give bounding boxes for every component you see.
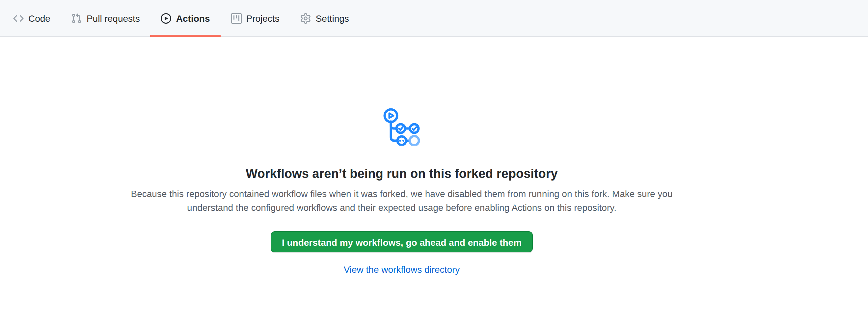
play-icon bbox=[161, 13, 172, 23]
tab-pull-requests[interactable]: Pull requests bbox=[61, 0, 151, 36]
tab-actions-label: Actions bbox=[176, 13, 210, 23]
blankslate-description: Because this repository contained workfl… bbox=[115, 187, 688, 215]
gear-icon bbox=[301, 13, 311, 23]
tab-actions[interactable]: Actions bbox=[151, 0, 221, 36]
git-pull-request-icon bbox=[71, 13, 82, 23]
code-icon bbox=[13, 13, 24, 23]
tab-settings-label: Settings bbox=[316, 13, 349, 23]
actions-workflow-icon bbox=[383, 108, 421, 146]
tab-code[interactable]: Code bbox=[3, 0, 61, 36]
view-workflows-directory-link[interactable]: View the workflows directory bbox=[344, 264, 460, 275]
tab-settings[interactable]: Settings bbox=[290, 0, 360, 36]
tab-code-label: Code bbox=[28, 13, 51, 23]
repo-tab-nav: Code Pull requests Actions Projects bbox=[0, 0, 868, 37]
tab-projects[interactable]: Projects bbox=[221, 0, 290, 36]
selected-tab-underline bbox=[151, 35, 221, 37]
page: Code Pull requests Actions Projects bbox=[0, 0, 868, 311]
tab-pull-requests-label: Pull requests bbox=[87, 13, 140, 23]
project-icon bbox=[231, 13, 242, 23]
tab-projects-label: Projects bbox=[246, 13, 280, 23]
actions-blankslate: Workflows aren’t being run on this forke… bbox=[0, 37, 868, 275]
enable-workflows-button[interactable]: I understand my workflows, go ahead and … bbox=[271, 231, 533, 252]
blankslate-heading: Workflows aren’t being run on this forke… bbox=[105, 165, 698, 182]
